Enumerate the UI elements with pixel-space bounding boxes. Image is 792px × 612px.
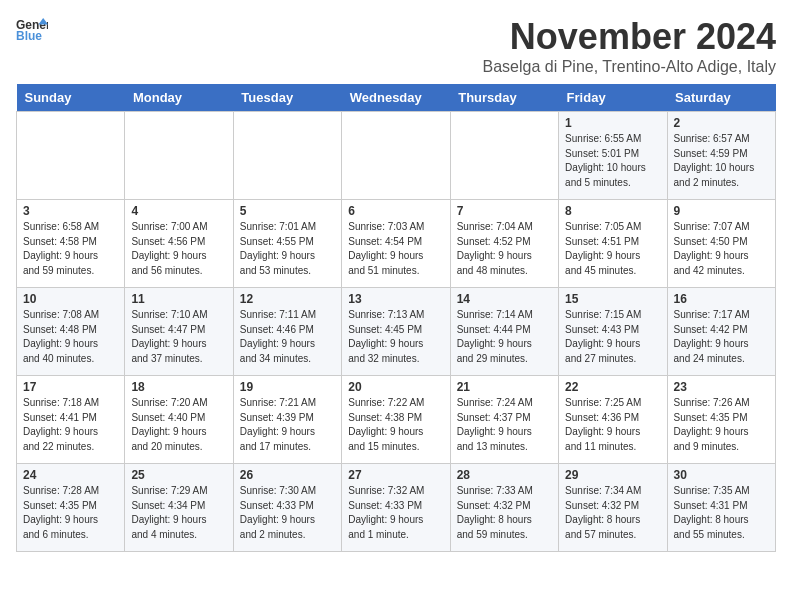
day-number: 29 <box>565 468 660 482</box>
day-number: 25 <box>131 468 226 482</box>
day-cell: 17Sunrise: 7:18 AM Sunset: 4:41 PM Dayli… <box>17 376 125 464</box>
header-row: SundayMondayTuesdayWednesdayThursdayFrid… <box>17 84 776 112</box>
day-info: Sunrise: 7:25 AM Sunset: 4:36 PM Dayligh… <box>565 396 660 454</box>
svg-text:Blue: Blue <box>16 29 42 43</box>
day-number: 20 <box>348 380 443 394</box>
day-info: Sunrise: 7:13 AM Sunset: 4:45 PM Dayligh… <box>348 308 443 366</box>
day-number: 4 <box>131 204 226 218</box>
day-number: 21 <box>457 380 552 394</box>
day-info: Sunrise: 7:29 AM Sunset: 4:34 PM Dayligh… <box>131 484 226 542</box>
col-header-tuesday: Tuesday <box>233 84 341 112</box>
day-info: Sunrise: 7:35 AM Sunset: 4:31 PM Dayligh… <box>674 484 769 542</box>
day-cell: 10Sunrise: 7:08 AM Sunset: 4:48 PM Dayli… <box>17 288 125 376</box>
day-cell: 18Sunrise: 7:20 AM Sunset: 4:40 PM Dayli… <box>125 376 233 464</box>
day-info: Sunrise: 7:10 AM Sunset: 4:47 PM Dayligh… <box>131 308 226 366</box>
day-info: Sunrise: 7:26 AM Sunset: 4:35 PM Dayligh… <box>674 396 769 454</box>
day-info: Sunrise: 7:11 AM Sunset: 4:46 PM Dayligh… <box>240 308 335 366</box>
day-number: 8 <box>565 204 660 218</box>
day-cell: 21Sunrise: 7:24 AM Sunset: 4:37 PM Dayli… <box>450 376 558 464</box>
week-row-4: 17Sunrise: 7:18 AM Sunset: 4:41 PM Dayli… <box>17 376 776 464</box>
day-cell: 20Sunrise: 7:22 AM Sunset: 4:38 PM Dayli… <box>342 376 450 464</box>
day-cell <box>125 112 233 200</box>
day-number: 14 <box>457 292 552 306</box>
day-cell: 4Sunrise: 7:00 AM Sunset: 4:56 PM Daylig… <box>125 200 233 288</box>
day-number: 6 <box>348 204 443 218</box>
day-cell: 15Sunrise: 7:15 AM Sunset: 4:43 PM Dayli… <box>559 288 667 376</box>
week-row-3: 10Sunrise: 7:08 AM Sunset: 4:48 PM Dayli… <box>17 288 776 376</box>
day-cell: 11Sunrise: 7:10 AM Sunset: 4:47 PM Dayli… <box>125 288 233 376</box>
day-cell: 28Sunrise: 7:33 AM Sunset: 4:32 PM Dayli… <box>450 464 558 552</box>
day-number: 11 <box>131 292 226 306</box>
month-title: November 2024 <box>482 16 776 58</box>
header-area: General Blue November 2024 Baselga di Pi… <box>16 16 776 76</box>
day-number: 3 <box>23 204 118 218</box>
day-cell: 24Sunrise: 7:28 AM Sunset: 4:35 PM Dayli… <box>17 464 125 552</box>
week-row-5: 24Sunrise: 7:28 AM Sunset: 4:35 PM Dayli… <box>17 464 776 552</box>
day-info: Sunrise: 6:58 AM Sunset: 4:58 PM Dayligh… <box>23 220 118 278</box>
day-cell: 30Sunrise: 7:35 AM Sunset: 4:31 PM Dayli… <box>667 464 775 552</box>
day-number: 26 <box>240 468 335 482</box>
day-number: 9 <box>674 204 769 218</box>
day-info: Sunrise: 7:08 AM Sunset: 4:48 PM Dayligh… <box>23 308 118 366</box>
day-cell: 26Sunrise: 7:30 AM Sunset: 4:33 PM Dayli… <box>233 464 341 552</box>
day-cell: 19Sunrise: 7:21 AM Sunset: 4:39 PM Dayli… <box>233 376 341 464</box>
col-header-sunday: Sunday <box>17 84 125 112</box>
day-number: 10 <box>23 292 118 306</box>
day-info: Sunrise: 6:55 AM Sunset: 5:01 PM Dayligh… <box>565 132 660 190</box>
calendar-table: SundayMondayTuesdayWednesdayThursdayFrid… <box>16 84 776 552</box>
day-cell: 27Sunrise: 7:32 AM Sunset: 4:33 PM Dayli… <box>342 464 450 552</box>
logo: General Blue <box>16 16 48 44</box>
day-cell: 2Sunrise: 6:57 AM Sunset: 4:59 PM Daylig… <box>667 112 775 200</box>
day-info: Sunrise: 7:07 AM Sunset: 4:50 PM Dayligh… <box>674 220 769 278</box>
week-row-2: 3Sunrise: 6:58 AM Sunset: 4:58 PM Daylig… <box>17 200 776 288</box>
day-cell: 5Sunrise: 7:01 AM Sunset: 4:55 PM Daylig… <box>233 200 341 288</box>
day-info: Sunrise: 7:03 AM Sunset: 4:54 PM Dayligh… <box>348 220 443 278</box>
day-number: 27 <box>348 468 443 482</box>
day-info: Sunrise: 7:24 AM Sunset: 4:37 PM Dayligh… <box>457 396 552 454</box>
day-number: 5 <box>240 204 335 218</box>
day-cell: 16Sunrise: 7:17 AM Sunset: 4:42 PM Dayli… <box>667 288 775 376</box>
day-info: Sunrise: 7:05 AM Sunset: 4:51 PM Dayligh… <box>565 220 660 278</box>
col-header-thursday: Thursday <box>450 84 558 112</box>
col-header-friday: Friday <box>559 84 667 112</box>
day-info: Sunrise: 7:30 AM Sunset: 4:33 PM Dayligh… <box>240 484 335 542</box>
day-cell <box>17 112 125 200</box>
day-info: Sunrise: 7:18 AM Sunset: 4:41 PM Dayligh… <box>23 396 118 454</box>
day-cell: 13Sunrise: 7:13 AM Sunset: 4:45 PM Dayli… <box>342 288 450 376</box>
day-cell: 12Sunrise: 7:11 AM Sunset: 4:46 PM Dayli… <box>233 288 341 376</box>
day-cell: 8Sunrise: 7:05 AM Sunset: 4:51 PM Daylig… <box>559 200 667 288</box>
day-cell: 1Sunrise: 6:55 AM Sunset: 5:01 PM Daylig… <box>559 112 667 200</box>
day-info: Sunrise: 7:01 AM Sunset: 4:55 PM Dayligh… <box>240 220 335 278</box>
day-info: Sunrise: 7:15 AM Sunset: 4:43 PM Dayligh… <box>565 308 660 366</box>
day-cell <box>233 112 341 200</box>
day-cell: 23Sunrise: 7:26 AM Sunset: 4:35 PM Dayli… <box>667 376 775 464</box>
week-row-1: 1Sunrise: 6:55 AM Sunset: 5:01 PM Daylig… <box>17 112 776 200</box>
day-info: Sunrise: 6:57 AM Sunset: 4:59 PM Dayligh… <box>674 132 769 190</box>
day-info: Sunrise: 7:17 AM Sunset: 4:42 PM Dayligh… <box>674 308 769 366</box>
title-area: November 2024 Baselga di Pine, Trentino-… <box>482 16 776 76</box>
day-number: 19 <box>240 380 335 394</box>
day-number: 7 <box>457 204 552 218</box>
day-number: 30 <box>674 468 769 482</box>
day-number: 23 <box>674 380 769 394</box>
day-number: 1 <box>565 116 660 130</box>
day-number: 12 <box>240 292 335 306</box>
day-info: Sunrise: 7:20 AM Sunset: 4:40 PM Dayligh… <box>131 396 226 454</box>
day-cell <box>450 112 558 200</box>
day-cell <box>342 112 450 200</box>
day-number: 24 <box>23 468 118 482</box>
day-info: Sunrise: 7:21 AM Sunset: 4:39 PM Dayligh… <box>240 396 335 454</box>
day-info: Sunrise: 7:33 AM Sunset: 4:32 PM Dayligh… <box>457 484 552 542</box>
day-number: 13 <box>348 292 443 306</box>
logo-icon: General Blue <box>16 16 48 44</box>
day-number: 16 <box>674 292 769 306</box>
day-info: Sunrise: 7:32 AM Sunset: 4:33 PM Dayligh… <box>348 484 443 542</box>
day-number: 22 <box>565 380 660 394</box>
day-number: 28 <box>457 468 552 482</box>
day-cell: 22Sunrise: 7:25 AM Sunset: 4:36 PM Dayli… <box>559 376 667 464</box>
day-info: Sunrise: 7:34 AM Sunset: 4:32 PM Dayligh… <box>565 484 660 542</box>
day-cell: 29Sunrise: 7:34 AM Sunset: 4:32 PM Dayli… <box>559 464 667 552</box>
day-info: Sunrise: 7:28 AM Sunset: 4:35 PM Dayligh… <box>23 484 118 542</box>
col-header-wednesday: Wednesday <box>342 84 450 112</box>
day-info: Sunrise: 7:00 AM Sunset: 4:56 PM Dayligh… <box>131 220 226 278</box>
